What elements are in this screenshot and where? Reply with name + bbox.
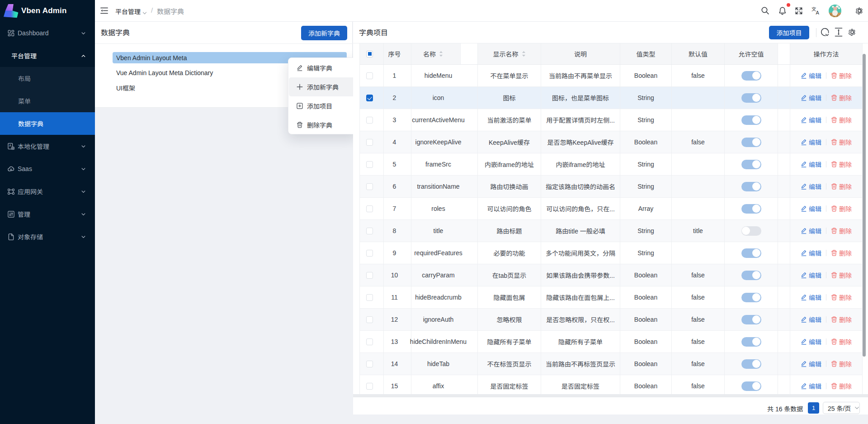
svg-text:A: A (9, 144, 11, 147)
svg-text:A: A (816, 10, 820, 15)
